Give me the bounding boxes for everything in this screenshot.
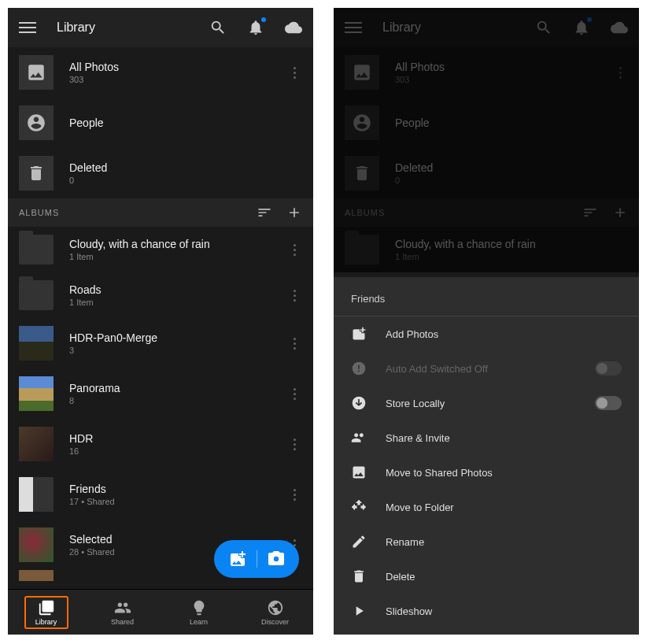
photo-icon <box>26 62 46 83</box>
library-list[interactable]: All Photos303 People Deleted0 ALBUMS Clo… <box>8 47 313 589</box>
bottom-nav: Library Shared Learn Discover <box>8 589 313 635</box>
more-icon[interactable] <box>286 439 302 450</box>
album-thumbnail <box>19 570 54 581</box>
all-photos-label: All Photos <box>69 61 286 73</box>
more-icon[interactable] <box>286 290 302 302</box>
download-icon <box>351 395 367 411</box>
library-icon <box>38 599 55 616</box>
album-row[interactable]: Cloudy, with a chance of rain1 Item <box>8 227 313 272</box>
all-photos-count: 303 <box>69 75 286 84</box>
page-title: Library <box>57 20 209 35</box>
cloud-icon[interactable] <box>285 19 302 36</box>
notifications-icon[interactable] <box>247 19 264 36</box>
sheet-auto-add: Auto Add Switched Off <box>334 351 639 386</box>
all-photos-row[interactable]: All Photos303 <box>8 47 313 98</box>
nav-learn[interactable]: Learn <box>177 596 221 629</box>
sort-icon[interactable] <box>257 205 272 220</box>
add-photo-icon <box>351 326 367 342</box>
sheet-rename[interactable]: Rename <box>334 524 639 559</box>
sheet-title: Friends <box>334 288 639 316</box>
album-row[interactable]: Friends17 • Shared <box>8 469 313 520</box>
add-photo-icon[interactable] <box>228 550 247 568</box>
album-row[interactable]: Roads1 Item <box>8 272 313 318</box>
auto-add-icon <box>351 361 367 376</box>
people-label: People <box>69 117 302 129</box>
toggle-off-icon <box>595 361 622 376</box>
more-icon[interactable] <box>286 244 302 256</box>
camera-icon[interactable] <box>267 550 286 568</box>
play-icon <box>351 603 367 619</box>
sheet-store-locally[interactable]: Store Locally <box>334 386 639 420</box>
sheet-delete[interactable]: Delete <box>334 559 639 594</box>
more-icon[interactable] <box>286 338 302 350</box>
albums-header: ALBUMS <box>8 198 313 227</box>
sheet-move-folder[interactable]: Move to Folder <box>334 490 639 524</box>
albums-title: ALBUMS <box>19 208 257 217</box>
sheet-move-shared[interactable]: Move to Shared Photos <box>334 455 639 490</box>
nav-discover[interactable]: Discover <box>253 596 297 629</box>
album-row[interactable]: HDR16 <box>8 419 313 469</box>
pencil-icon <box>351 534 367 550</box>
fab[interactable] <box>214 540 299 578</box>
people-row[interactable]: People <box>8 98 313 148</box>
more-icon[interactable] <box>286 67 302 79</box>
deleted-row[interactable]: Deleted0 <box>8 148 313 198</box>
album-thumbnail <box>19 326 54 361</box>
shared-photos-icon <box>351 464 367 480</box>
album-thumbnail <box>19 376 54 411</box>
trash-icon <box>351 568 367 584</box>
add-icon[interactable] <box>286 205 302 220</box>
screen-library: Library All Photos303 People Deleted0 AL… <box>8 8 313 635</box>
people-icon <box>351 430 367 446</box>
more-icon[interactable] <box>286 489 302 501</box>
more-icon[interactable] <box>286 388 302 400</box>
album-thumbnail <box>19 427 54 461</box>
nav-library[interactable]: Library <box>24 596 68 629</box>
deleted-label: Deleted <box>69 161 302 174</box>
learn-icon <box>190 599 208 616</box>
folder-icon <box>19 235 54 265</box>
album-thumbnail <box>19 527 54 562</box>
search-icon[interactable] <box>209 19 227 36</box>
sheet-slideshow[interactable]: Slideshow <box>334 594 639 628</box>
move-icon <box>351 499 367 515</box>
shared-icon <box>114 599 131 616</box>
deleted-count: 0 <box>69 176 302 185</box>
album-action-sheet: Friends Add Photos Auto Add Switched Off… <box>334 277 639 635</box>
album-row[interactable]: Panorama8 <box>8 368 313 419</box>
folder-icon <box>19 280 54 310</box>
screen-album-sheet: Library All Photos303 People Deleted0 AL… <box>334 8 639 635</box>
topbar: Library <box>8 8 313 47</box>
sheet-add-photos[interactable]: Add Photos <box>334 316 639 351</box>
menu-icon[interactable] <box>19 19 36 36</box>
person-icon <box>26 113 46 133</box>
toggle-off-icon[interactable] <box>595 396 622 410</box>
sheet-share-invite[interactable]: Share & Invite <box>334 420 639 455</box>
discover-icon <box>267 599 284 616</box>
trash-icon <box>27 164 46 183</box>
nav-shared[interactable]: Shared <box>101 596 145 629</box>
album-thumbnail <box>19 477 54 512</box>
album-row[interactable]: HDR-Pan0-Merge3 <box>8 318 313 368</box>
